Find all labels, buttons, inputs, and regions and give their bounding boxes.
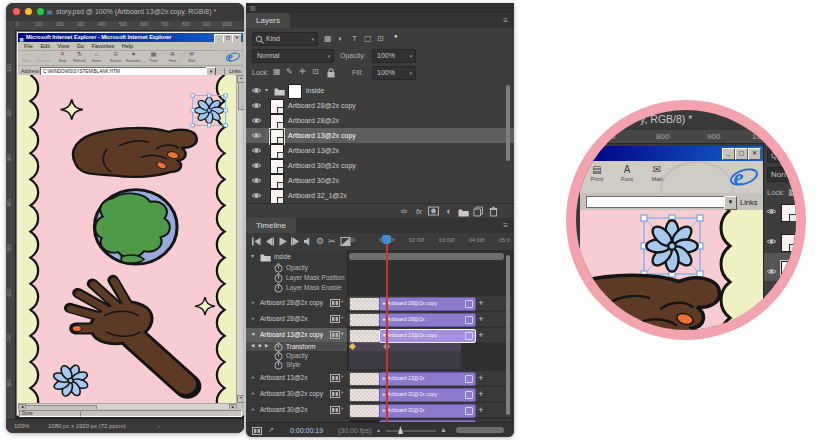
- add-media-button[interactable]: +: [476, 405, 486, 415]
- add-mask-icon[interactable]: [428, 206, 440, 217]
- stopwatch-icon[interactable]: [274, 283, 283, 293]
- zoom-out-icon[interactable]: ▲: [376, 427, 381, 433]
- filter-adjustment-icon[interactable]: ◐: [338, 34, 343, 43]
- layer-name[interactable]: Artboard 13@2x: [288, 147, 339, 154]
- lock-pixels-icon[interactable]: ✎: [286, 67, 293, 76]
- ie-font-button[interactable]: AFont: [614, 164, 640, 182]
- layer-row[interactable]: Artboard 32_1@2x: [246, 188, 506, 203]
- track-dropdown-icon[interactable]: ▾: [341, 374, 343, 379]
- filter-pixel-icon[interactable]: ▦: [324, 34, 332, 43]
- ie-vertical-scrollbar[interactable]: ▲ ▼: [236, 75, 243, 403]
- new-layer-icon[interactable]: [473, 206, 485, 217]
- track-dropdown-icon[interactable]: ▾: [341, 390, 343, 395]
- address-dropdown-icon[interactable]: ▼: [724, 196, 737, 210]
- visibility-eye-icon[interactable]: [766, 267, 779, 278]
- opacity-field[interactable]: 100% ▾: [372, 49, 416, 63]
- add-media-button[interactable]: +: [476, 389, 486, 399]
- timeline-clip[interactable]: ▸ Artboard 13@2x: [379, 372, 476, 386]
- links-label[interactable]: Links: [224, 68, 241, 74]
- layer-name[interactable]: inside: [306, 87, 324, 94]
- layer-row[interactable]: Artboard 30@2x copy: [246, 158, 506, 173]
- track-dropdown-icon[interactable]: ▾: [341, 315, 343, 320]
- prop-label-style[interactable]: Style: [286, 361, 300, 368]
- filter-smartobject-icon[interactable]: ⊡: [377, 34, 384, 43]
- layer-name[interactable]: Artboard 28@2x: [288, 117, 339, 124]
- track-dropdown-icon[interactable]: ▾: [341, 299, 343, 304]
- next-frame-icon[interactable]: [290, 236, 301, 247]
- menu-go[interactable]: Go: [77, 43, 84, 49]
- ie-search-button[interactable]: ⊙Search: [107, 51, 124, 63]
- ie-home-button[interactable]: ⌂Home: [88, 51, 105, 63]
- timeline-clip-selected[interactable]: ▾ Artboard 13@2x copy: [379, 329, 476, 343]
- visibility-eye-icon[interactable]: [251, 101, 262, 110]
- timeline-clip[interactable]: ▸ Artboard 28@2x: [379, 313, 476, 327]
- timeline-clip[interactable]: ▸ Artboard 30@2x copy: [379, 388, 476, 402]
- zoom-level[interactable]: 100%: [14, 423, 29, 429]
- layer-name[interactable]: Artboard 13@2x copy: [288, 132, 356, 139]
- add-media-button[interactable]: +: [476, 298, 486, 308]
- track-name[interactable]: Artboard 13@2x: [260, 374, 307, 381]
- layer-filter-select[interactable]: Kind ▾: [252, 32, 318, 46]
- add-media-button[interactable]: +: [476, 330, 486, 340]
- ie-back-button[interactable]: ←Back: [18, 51, 35, 63]
- split-scissors-icon[interactable]: ✂: [328, 236, 336, 246]
- vertical-scroll-thumb[interactable]: [238, 82, 245, 110]
- layer-row-selected[interactable]: Artboard 13@2x copy: [246, 128, 514, 143]
- minimize-traffic-light[interactable]: [25, 8, 32, 15]
- ie-refresh-button[interactable]: ↻Refresh: [71, 51, 88, 63]
- stopwatch-icon[interactable]: [274, 360, 283, 370]
- disclosure-closed-icon[interactable]: ▸: [252, 390, 255, 396]
- layer-name[interactable]: Artboard 30@2x copy: [288, 162, 356, 169]
- link-layers-icon[interactable]: ∞: [398, 206, 410, 217]
- ie-close-button[interactable]: ✕: [232, 34, 242, 42]
- tab-layers[interactable]: Layers: [246, 13, 290, 28]
- previous-frame-icon[interactable]: [264, 236, 275, 247]
- disclosure-open-icon[interactable]: ▾: [252, 331, 255, 337]
- close-traffic-light[interactable]: [13, 8, 20, 15]
- lock-all-icon[interactable]: [326, 68, 336, 78]
- video-track-icon[interactable]: [330, 374, 340, 382]
- layer-thumbnail[interactable]: [270, 99, 284, 114]
- clip-leader[interactable]: [349, 388, 380, 402]
- blend-mode-select[interactable]: Normal ▾: [252, 49, 334, 63]
- layer-thumbnail[interactable]: [781, 294, 797, 312]
- layers-panel-menu-icon[interactable]: ≡: [503, 16, 508, 25]
- timeline-group-name[interactable]: inside: [274, 253, 291, 260]
- video-track-icon[interactable]: [330, 315, 340, 323]
- ie-favorites-button[interactable]: ✶Favorites: [125, 51, 142, 63]
- fill-field[interactable]: 100% ▾: [372, 66, 416, 80]
- layer-thumbnail[interactable]: [270, 129, 284, 144]
- filter-toggle-icon[interactable]: ●: [394, 33, 398, 39]
- track-name[interactable]: Artboard 30@2x copy: [260, 390, 323, 397]
- prev-keyframe-icon[interactable]: ◀: [251, 343, 254, 348]
- go-to-start-icon[interactable]: [251, 236, 262, 247]
- clip-leader[interactable]: [349, 404, 380, 418]
- layer-name[interactable]: Artboard 32_1@2x: [288, 192, 347, 199]
- links-label[interactable]: Links: [740, 198, 758, 207]
- ie-print-button[interactable]: ▤Print: [584, 164, 610, 182]
- timeline-hscroll-thumb[interactable]: [456, 427, 504, 433]
- track-dropdown-icon[interactable]: ▾: [341, 331, 343, 336]
- track-name-selected[interactable]: Artboard 13@2x copy: [260, 331, 323, 338]
- group-prop-label[interactable]: Layer Mask Enable: [286, 284, 342, 291]
- layer-style-fx-icon[interactable]: fx: [413, 206, 425, 217]
- timeline-clip[interactable]: ▸ Artboard 30@2x: [379, 404, 476, 418]
- filter-type-icon[interactable]: T: [352, 34, 357, 43]
- visibility-eye-icon[interactable]: [766, 297, 779, 308]
- ie-close-button[interactable]: ✕: [748, 148, 761, 160]
- visibility-eye-icon[interactable]: [251, 146, 262, 155]
- ie-minimize-button[interactable]: _: [722, 148, 735, 160]
- ie-titlebar[interactable]: ▣ Microsoft Internet Explorer - Microsof…: [18, 33, 243, 42]
- timeline-scrollbar[interactable]: [506, 255, 510, 415]
- visibility-eye-icon[interactable]: [766, 324, 779, 335]
- next-keyframe-icon[interactable]: ▶: [265, 343, 268, 348]
- frame-animation-icon[interactable]: [252, 427, 262, 435]
- visibility-eye-icon[interactable]: [766, 237, 779, 248]
- zoom-in-icon[interactable]: ▲: [440, 426, 447, 433]
- group-disclosure-icon[interactable]: ▾: [251, 252, 254, 259]
- ie-font-button[interactable]: AFont: [164, 51, 181, 63]
- group-prop-label[interactable]: Layer Mask Position: [286, 274, 345, 281]
- timeline-panel-menu-icon[interactable]: ≡: [503, 221, 508, 230]
- visibility-eye-icon[interactable]: [251, 131, 262, 140]
- visibility-eye-icon[interactable]: [251, 176, 262, 185]
